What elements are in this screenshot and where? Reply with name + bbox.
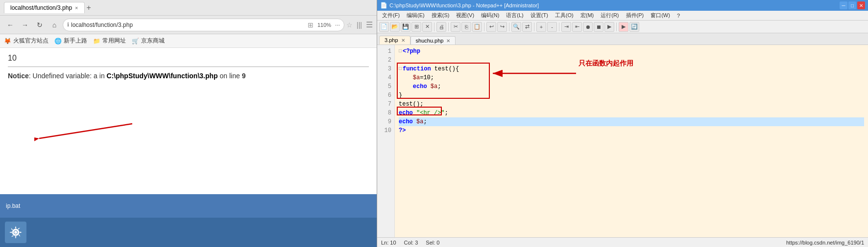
bookmarks-bar: 🦊 火狐官方站点 🌐 新手上路 📁 常用网址 🛒 京东商城 bbox=[0, 34, 377, 48]
toolbar-sep-6 bbox=[559, 22, 559, 31]
minimize-button[interactable]: ─ bbox=[840, 1, 847, 9]
toolbar-sync[interactable]: 🔄 bbox=[629, 22, 639, 32]
toolbar-redo[interactable]: ↪ bbox=[497, 22, 507, 32]
tab-shuchu[interactable]: shuchu.php ✕ bbox=[410, 36, 456, 45]
toolbar-find[interactable]: 🔍 bbox=[511, 22, 521, 32]
menu-edit[interactable]: 编辑(E) bbox=[404, 11, 428, 20]
menu-settings[interactable]: 设置(T) bbox=[528, 11, 551, 20]
browser-window: localhost/function/3.php × + ← → ↻ ⌂ ℹ l… bbox=[0, 0, 377, 247]
code-line-8: echo "<hr />"; bbox=[399, 109, 864, 117]
newuser-icon: 🌐 bbox=[54, 38, 62, 45]
svg-point-4 bbox=[14, 231, 17, 234]
menu-tools[interactable]: 工具(O) bbox=[552, 11, 577, 20]
toolbar-close[interactable]: ✕ bbox=[422, 22, 432, 32]
tab-shuchu-label: shuchu.php bbox=[416, 38, 444, 44]
toolbar-cut[interactable]: ✂ bbox=[451, 22, 460, 32]
toolbar-save[interactable]: 💾 bbox=[401, 22, 410, 32]
toolbar-print[interactable]: 🖨 bbox=[436, 22, 446, 32]
close-button[interactable]: ✕ bbox=[857, 1, 865, 9]
bookmark-newuser[interactable]: 🌐 新手上路 bbox=[54, 37, 87, 45]
menu-view[interactable]: 视图(V) bbox=[453, 11, 477, 20]
home-button[interactable]: ⌂ bbox=[48, 19, 61, 31]
bookmark-label-4: 京东商城 bbox=[141, 37, 165, 45]
toolbar-macro-stop[interactable]: ⏹ bbox=[594, 22, 603, 32]
address-bar[interactable]: ℹ localhost/function/3.php ⊞ 110% ··· bbox=[63, 19, 344, 31]
notepad-window-controls: ─ □ ✕ bbox=[840, 1, 865, 9]
semi-5: ; bbox=[437, 82, 441, 91]
toolbar-macro-rec[interactable]: ⏺ bbox=[583, 22, 593, 32]
toolbar-sep-5 bbox=[534, 22, 534, 31]
tab-shuchu-close[interactable]: ✕ bbox=[446, 38, 450, 44]
forward-button[interactable]: → bbox=[19, 19, 31, 31]
bookmark-jd[interactable]: 🛒 京东商城 bbox=[132, 37, 165, 45]
notice-suffix: on line bbox=[218, 72, 242, 80]
sidebar-icon[interactable]: ☰ bbox=[366, 20, 373, 29]
toolbar-zoom-out[interactable]: - bbox=[547, 22, 557, 32]
firefox-icon: 🦊 bbox=[4, 38, 11, 45]
toolbar-macro-play[interactable]: ▶ bbox=[604, 22, 614, 32]
toolbar-indent[interactable]: ⇥ bbox=[561, 22, 571, 32]
echo-keyword-8: echo bbox=[399, 109, 413, 117]
php-open-tag: <?php bbox=[403, 47, 420, 56]
bookmark-firefoxofficial[interactable]: 🦊 火狐官方站点 bbox=[4, 37, 48, 45]
toolbar-replace[interactable]: ⇄ bbox=[522, 22, 532, 32]
reading-mode-icon[interactable]: ||| bbox=[357, 21, 362, 29]
notepad-title-text: C:\phpStudy\WWW\function\3.php - Notepad… bbox=[389, 2, 838, 8]
security-icon: ℹ bbox=[67, 22, 69, 28]
toolbar-paste[interactable]: 📋 bbox=[472, 22, 482, 32]
toolbar-copy[interactable]: ⎘ bbox=[461, 22, 471, 32]
url-text: localhost/function/3.php bbox=[71, 22, 306, 28]
menu-language[interactable]: 语言(L) bbox=[503, 11, 526, 20]
code-content[interactable]: □<?php □function test(){ $a=10; echo $a;… bbox=[395, 45, 868, 237]
var-a-assign: $a bbox=[413, 73, 420, 82]
fold-3[interactable]: □ bbox=[399, 65, 402, 73]
fold-1[interactable]: □ bbox=[399, 47, 402, 56]
toolbar-zoom-in[interactable]: + bbox=[536, 22, 546, 32]
toolbar-sep-2 bbox=[448, 22, 449, 31]
menu-encode[interactable]: 编码(N) bbox=[478, 11, 502, 20]
browser-taskbar bbox=[0, 218, 377, 247]
tab-close-button[interactable]: × bbox=[75, 5, 78, 11]
toolbar-outdent[interactable]: ⇤ bbox=[572, 22, 582, 32]
toolbar-sep-7 bbox=[616, 22, 617, 31]
code-line-6: } bbox=[399, 91, 864, 100]
toolbar-open[interactable]: 📂 bbox=[390, 22, 400, 32]
browser-tab[interactable]: localhost/function/3.php × bbox=[4, 2, 85, 13]
tab-3php-close[interactable]: ✕ bbox=[401, 38, 405, 43]
semi-8: ; bbox=[445, 109, 448, 117]
php-output-number: 10 bbox=[8, 54, 369, 63]
back-button[interactable]: ← bbox=[4, 19, 17, 31]
taskbar-app-icon[interactable] bbox=[5, 222, 26, 243]
status-ln: Ln: 10 bbox=[381, 240, 396, 246]
menu-file[interactable]: 文件(F) bbox=[379, 11, 403, 20]
menu-plugin[interactable]: 插件(P) bbox=[623, 11, 647, 20]
toolbar-new[interactable]: 📄 bbox=[379, 22, 389, 32]
browser-nav-bar: ← → ↻ ⌂ ℹ localhost/function/3.php ⊞ 110… bbox=[0, 16, 377, 34]
status-right-section: https://blog.csdn.net/img_6190/1 bbox=[786, 240, 864, 246]
qr-icon: ⊞ bbox=[308, 21, 313, 29]
new-tab-button[interactable]: + bbox=[87, 3, 91, 12]
toolbar-undo[interactable]: ↩ bbox=[486, 22, 496, 32]
code-line-4: $a=10; bbox=[399, 73, 864, 82]
notepad-status-bar: Ln: 10 Col: 3 Sel: 0 https://blog.csdn.n… bbox=[377, 237, 868, 247]
toolbar-run[interactable]: ▶ bbox=[619, 22, 628, 32]
var-a-echo: $a bbox=[431, 82, 437, 91]
menu-macro[interactable]: 宏(M) bbox=[578, 11, 597, 20]
bookmark-star-button[interactable]: ☆ bbox=[346, 21, 353, 29]
refresh-button[interactable]: ↻ bbox=[33, 19, 46, 31]
echo-keyword-5: echo bbox=[413, 82, 427, 91]
menu-search[interactable]: 搜索(S) bbox=[429, 11, 453, 20]
code-line-1: □<?php bbox=[399, 47, 864, 56]
tab-3php[interactable]: 3.php ✕ bbox=[379, 36, 410, 45]
menu-help[interactable]: ? bbox=[674, 12, 683, 20]
bookmark-common[interactable]: 📁 常用网址 bbox=[93, 37, 126, 45]
notice-line: 9 bbox=[242, 72, 246, 80]
line-numbers: 1 2 3 4 5 6 7 8 9 10 bbox=[377, 45, 395, 237]
notepad-window: 📄 C:\phpStudy\WWW\function\3.php - Notep… bbox=[377, 0, 868, 247]
maximize-button[interactable]: □ bbox=[848, 1, 856, 9]
menu-window[interactable]: 窗口(W) bbox=[648, 11, 673, 20]
toolbar-saveall[interactable]: ⊞ bbox=[411, 22, 421, 32]
function-keyword: function bbox=[403, 65, 431, 73]
menu-run[interactable]: 运行(R) bbox=[598, 11, 622, 20]
more-button[interactable]: ··· bbox=[335, 22, 340, 28]
